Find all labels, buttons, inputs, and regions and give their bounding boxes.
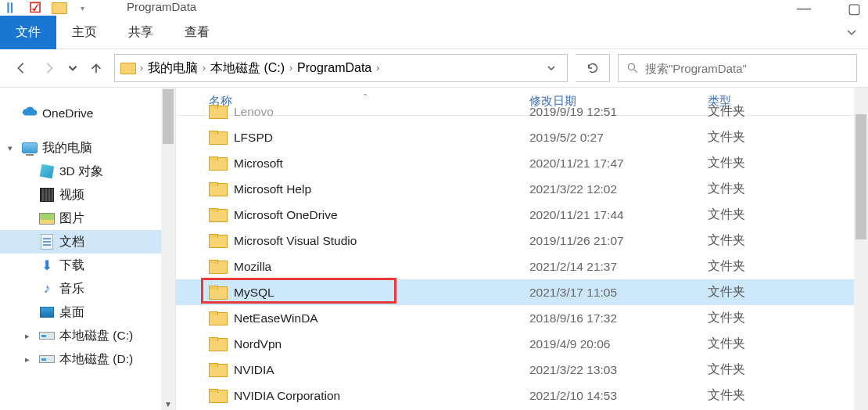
pin-icon[interactable] (5, 1, 19, 15)
sidebar-item[interactable]: 3D 对象 (0, 160, 161, 183)
sidebar-scrollbar[interactable]: ▲ ▼ (161, 88, 175, 410)
ribbon-collapse-icon[interactable] (846, 27, 857, 40)
drive-icon (39, 355, 55, 363)
file-row[interactable]: MySQL2021/3/17 11:05文件夹 (176, 279, 854, 305)
sidebar-item[interactable]: 视频 (0, 183, 161, 207)
forward-button[interactable] (39, 58, 59, 78)
sidebar-item[interactable]: 图片 (0, 207, 161, 230)
maximize-button[interactable]: ▢ (846, 0, 862, 17)
chevron-right-icon[interactable]: › (203, 63, 206, 74)
file-name: MySQL (234, 286, 274, 300)
folder-icon (209, 311, 226, 325)
chevron-right-icon[interactable]: › (289, 63, 292, 74)
desktop-icon (40, 307, 54, 318)
recent-locations-button[interactable] (67, 58, 78, 78)
address-dropdown-icon[interactable] (536, 62, 567, 75)
cube-icon (40, 164, 55, 179)
sidebar-item[interactable]: ▾我的电脑 (0, 136, 161, 160)
folder-icon (120, 60, 135, 76)
ribbon: 文件 主页 共享 查看 (0, 16, 868, 49)
sidebar-item[interactable]: 文档 (0, 230, 161, 254)
qat-dropdown-icon[interactable]: ▾ (75, 1, 89, 15)
search-input[interactable] (645, 62, 856, 75)
pc-icon (22, 142, 38, 153)
file-name: LFSPD (234, 131, 273, 145)
properties-checkbox-icon[interactable]: ☑ (28, 1, 42, 15)
file-row[interactable]: Microsoft2020/11/21 17:47文件夹 (176, 150, 854, 176)
file-row[interactable]: Lenovo2019/9/19 12:51文件夹 (176, 99, 854, 124)
file-type: 文件夹 (708, 207, 854, 223)
sidebar-item[interactable]: ⬇下载 (0, 254, 161, 277)
file-row[interactable]: LFSPD2019/5/2 0:27文件夹 (176, 124, 854, 150)
download-icon: ⬇ (41, 259, 52, 272)
folder-icon (209, 363, 226, 377)
sidebar-item[interactable]: ♪音乐 (0, 277, 161, 300)
sidebar-item-label: 下载 (59, 257, 84, 274)
file-date: 2019/11/26 21:07 (529, 234, 708, 248)
file-date: 2020/11/21 17:44 (529, 208, 708, 222)
back-button[interactable] (11, 58, 31, 78)
folder-icon (209, 389, 226, 403)
file-row[interactable]: NetEaseWinDA2018/9/16 17:32文件夹 (176, 305, 854, 331)
refresh-button[interactable] (576, 54, 610, 82)
file-list-panel: 名称 ⌃ 修改日期 类型 Lenovo2019/9/19 12:51文件夹LFS… (176, 88, 868, 410)
file-date: 2021/2/14 21:37 (529, 260, 708, 274)
scrollbar-thumb[interactable] (163, 89, 174, 144)
filelist-scrollbar[interactable] (854, 88, 868, 410)
file-type: 文件夹 (708, 258, 854, 275)
sidebar-item-label: 视频 (59, 187, 84, 203)
file-type: 文件夹 (708, 336, 854, 352)
file-rows: Lenovo2019/9/19 12:51文件夹LFSPD2019/5/2 0:… (176, 99, 854, 408)
file-name: NetEaseWinDA (234, 311, 318, 325)
breadcrumb-item[interactable]: 我的电脑 (148, 60, 198, 77)
file-name: Microsoft Help (234, 182, 311, 196)
scroll-down-icon[interactable]: ▼ (161, 400, 175, 408)
file-name: Microsoft Visual Studio (234, 234, 357, 248)
video-icon (40, 188, 54, 202)
folder-icon (209, 337, 226, 351)
ribbon-tab-view[interactable]: 查看 (169, 16, 225, 49)
sidebar-item[interactable]: OneDrive (0, 102, 161, 125)
file-row[interactable]: NordVpn2019/4/9 20:06文件夹 (176, 331, 854, 357)
file-row[interactable]: NVIDIA2021/3/22 13:03文件夹 (176, 357, 854, 383)
file-date: 2021/3/22 13:03 (529, 363, 708, 377)
minimize-button[interactable]: — (796, 0, 812, 17)
file-type: 文件夹 (708, 155, 854, 171)
chevron-icon[interactable]: ▾ (8, 143, 17, 153)
file-date: 2019/9/19 12:51 (529, 105, 708, 119)
file-row[interactable]: Microsoft Help2021/3/22 12:02文件夹 (176, 176, 854, 202)
svg-point-0 (628, 63, 634, 70)
file-type: 文件夹 (708, 361, 854, 378)
search-box[interactable] (618, 54, 857, 82)
folder-title-icon (52, 1, 66, 15)
folder-icon (209, 105, 226, 119)
file-row[interactable]: Microsoft OneDrive2020/11/21 17:44文件夹 (176, 202, 854, 228)
file-date: 2020/11/21 17:47 (529, 156, 708, 171)
file-row[interactable]: Microsoft Visual Studio2019/11/26 21:07文… (176, 228, 854, 254)
scrollbar-thumb[interactable] (855, 114, 866, 239)
breadcrumb-item[interactable]: ProgramData (297, 61, 371, 75)
ribbon-file-tab[interactable]: 文件 (0, 16, 56, 49)
file-name: NVIDIA Corporation (234, 389, 340, 403)
chevron-icon[interactable]: ▸ (25, 354, 34, 365)
ribbon-tab-home[interactable]: 主页 (56, 16, 113, 49)
sidebar-item-label: 我的电脑 (42, 140, 92, 156)
address-bar[interactable]: › 我的电脑 › 本地磁盘 (C:) › ProgramData › (114, 54, 568, 82)
chevron-right-icon[interactable]: › (376, 63, 379, 74)
file-row[interactable]: NVIDIA Corporation2021/2/10 14:53文件夹 (176, 383, 854, 408)
folder-icon (209, 208, 226, 222)
file-row[interactable]: Mozilla2021/2/14 21:37文件夹 (176, 254, 854, 279)
ribbon-tab-share[interactable]: 共享 (113, 16, 169, 49)
sidebar-item[interactable]: ▸本地磁盘 (C:) (0, 324, 161, 347)
chevron-right-icon[interactable]: › (140, 63, 143, 74)
sidebar-item[interactable]: 桌面 (0, 300, 161, 324)
chevron-icon[interactable]: ▸ (25, 331, 34, 341)
sidebar-item[interactable]: ▸本地磁盘 (D:) (0, 347, 161, 371)
file-date: 2021/3/22 12:02 (529, 182, 708, 196)
file-name: NordVpn (234, 337, 282, 351)
file-type: 文件夹 (708, 387, 854, 404)
up-button[interactable] (86, 58, 106, 78)
folder-icon (209, 260, 226, 274)
sidebar-item-label: 本地磁盘 (C:) (59, 328, 133, 344)
breadcrumb-item[interactable]: 本地磁盘 (C:) (210, 60, 285, 77)
